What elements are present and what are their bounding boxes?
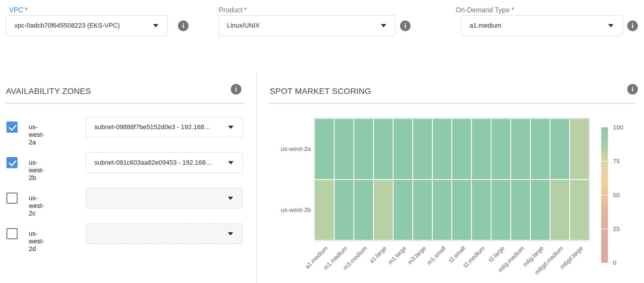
- zone-checkbox-us-west-2b[interactable]: [6, 157, 18, 168]
- heatmap-row-label-us-west-2a: us-west-2a: [281, 145, 311, 152]
- on-demand-type-info-icon[interactable]: i: [627, 21, 638, 31]
- subnet-select-value: subnet-09888f7be5152d0e3 - 192.168…: [94, 123, 211, 131]
- heatmap-col-label-t2.large: t2.large: [487, 245, 506, 263]
- spot-market-scoring-title: SPOT MARKET SCORING: [270, 87, 371, 96]
- chevron-down-icon: [228, 126, 233, 129]
- heatmap-cell-us-west-2a-m3.large[interactable]: [413, 119, 432, 179]
- heatmap-cell-us-west-2a-m6gd.large[interactable]: [570, 119, 589, 179]
- colorbar-tick-label: 75: [613, 158, 620, 165]
- heatmap-cell-us-west-2b-a1.large[interactable]: [374, 180, 393, 240]
- heatmap-cell-us-west-2b-m6gd.large[interactable]: [570, 180, 589, 240]
- product-select[interactable]: Linux/UNIX: [218, 15, 395, 36]
- heatmap-cell-us-west-2a-m6g.medium[interactable]: [511, 119, 530, 179]
- colorbar: [601, 127, 608, 263]
- heatmap: [314, 117, 590, 241]
- heatmap-cell-us-west-2a-a1.medium[interactable]: [315, 119, 334, 179]
- on-demand-type-required-mark: *: [511, 6, 514, 14]
- chevron-down-icon: [153, 24, 158, 27]
- chevron-down-icon: [228, 161, 233, 164]
- heatmap-col-label-t2.small: t2.small: [448, 245, 467, 264]
- vpc-select[interactable]: vpc-0adcb70f645508223 (EKS-VPC): [6, 15, 167, 36]
- heatmap-cell-us-west-2a-m1.small[interactable]: [433, 119, 452, 179]
- heatmap-cell-us-west-2b-m3.medium[interactable]: [354, 180, 373, 240]
- heatmap-cell-us-west-2a-t2.large[interactable]: [492, 119, 510, 179]
- heatmap-cell-us-west-2a-m1.large[interactable]: [394, 119, 412, 179]
- heatmap-cell-us-west-2b-m3.large[interactable]: [413, 180, 432, 240]
- heatmap-col-label-m3.large: m3.large: [406, 245, 427, 266]
- spot-market-scoring-divider: [268, 103, 635, 104]
- zone-label: us-west-2c: [29, 194, 44, 217]
- colorbar-tick-label: 25: [613, 225, 620, 233]
- heatmap-col-label-a1.large: a1.large: [368, 245, 388, 265]
- colorbar-tick-label: 100: [613, 124, 623, 131]
- zone-label: us-west-2b: [29, 159, 44, 182]
- on-demand-type-select[interactable]: a1.medium: [461, 15, 623, 36]
- zone-label: us-west-2d: [29, 230, 44, 253]
- heatmap-cell-us-west-2b-t2.large[interactable]: [492, 180, 510, 240]
- chevron-down-icon: [228, 197, 233, 200]
- availability-zones-title: AVAILABILITY ZONES: [6, 87, 91, 96]
- heatmap-cell-us-west-2b-m1.medium[interactable]: [335, 180, 353, 240]
- colorbar-tick: [601, 195, 608, 196]
- heatmap-cell-us-west-2b-m6g.large[interactable]: [531, 180, 550, 240]
- zone-label: us-west-2a: [29, 123, 44, 146]
- zone-checkbox-us-west-2d[interactable]: [6, 228, 18, 239]
- chevron-down-icon: [381, 24, 386, 27]
- colorbar-tick-label: 50: [613, 192, 620, 199]
- heatmap-cell-us-west-2b-t2.medium[interactable]: [472, 180, 491, 240]
- heatmap-cell-us-west-2b-m6gd.medium[interactable]: [550, 180, 569, 240]
- heatmap-col-label-m1.large: m1.large: [387, 245, 408, 266]
- subnet-select-us-west-2a[interactable]: subnet-09888f7be5152d0e3 - 192.168…: [86, 117, 243, 137]
- vpc-info-icon[interactable]: i: [178, 21, 189, 31]
- product-label: Product*: [219, 6, 247, 14]
- subnet-select-value: subnet-091c603aa82e09453 - 192.168…: [94, 159, 212, 166]
- colorbar-tick: [601, 229, 608, 229]
- heatmap-cell-us-west-2a-m6g.large[interactable]: [531, 119, 550, 179]
- product-select-value: Linux/UNIX: [227, 22, 260, 29]
- subnet-select-us-west-2c[interactable]: [86, 188, 243, 208]
- heatmap-cell-us-west-2b-m6g.medium[interactable]: [511, 180, 530, 240]
- heatmap-cell-us-west-2a-a1.large[interactable]: [374, 119, 393, 179]
- zone-checkbox-us-west-2c[interactable]: [6, 193, 18, 204]
- spot-market-scoring-info-icon[interactable]: i: [627, 84, 638, 95]
- heatmap-cell-us-west-2a-t2.small[interactable]: [452, 119, 471, 179]
- heatmap-cell-us-west-2a-t2.medium[interactable]: [472, 119, 491, 179]
- product-info-icon[interactable]: i: [400, 21, 411, 31]
- vpc-required-mark: *: [25, 6, 28, 14]
- heatmap-cell-us-west-2a-m1.medium[interactable]: [335, 119, 353, 179]
- heatmap-cell-us-west-2b-m1.large[interactable]: [394, 180, 412, 240]
- panel-divider: [256, 72, 257, 283]
- colorbar-tick-label: 0: [613, 259, 616, 266]
- subnet-select-us-west-2d[interactable]: [86, 223, 243, 244]
- zone-checkbox-us-west-2a[interactable]: [6, 122, 18, 133]
- on-demand-type-label: On-Demand Type*: [456, 6, 514, 14]
- heatmap-cell-us-west-2b-t2.small[interactable]: [452, 180, 471, 240]
- chevron-down-icon: [608, 24, 614, 27]
- heatmap-cell-us-west-2a-m3.medium[interactable]: [354, 119, 373, 179]
- vpc-label: VPC*: [9, 6, 28, 14]
- heatmap-cell-us-west-2b-m1.small[interactable]: [433, 180, 452, 240]
- heatmap-col-label-m1.small: m1.small: [426, 245, 447, 266]
- vpc-select-value: vpc-0adcb70f645508223 (EKS-VPC): [14, 22, 120, 29]
- heatmap-cell-us-west-2b-a1.medium[interactable]: [315, 180, 334, 240]
- subnet-select-us-west-2b[interactable]: subnet-091c603aa82e09453 - 192.168…: [86, 152, 243, 173]
- product-required-mark: *: [244, 6, 247, 14]
- availability-zones-info-icon[interactable]: i: [231, 84, 241, 95]
- colorbar-tick: [601, 161, 608, 161]
- availability-zones-divider: [6, 103, 245, 104]
- heatmap-row-label-us-west-2b: us-west-2b: [281, 206, 311, 213]
- heatmap-cell-us-west-2a-m6gd.medium[interactable]: [550, 119, 569, 179]
- heatmap-grid: [315, 119, 589, 240]
- chevron-down-icon: [228, 232, 233, 235]
- on-demand-type-select-value: a1.medium: [470, 22, 501, 29]
